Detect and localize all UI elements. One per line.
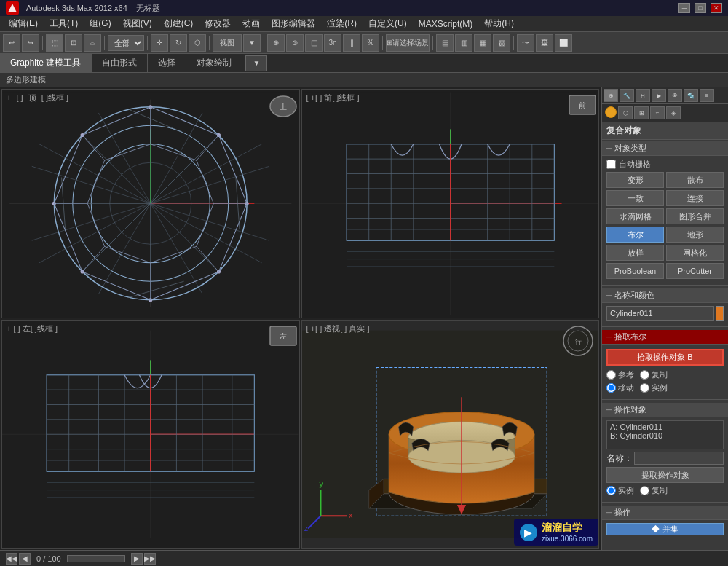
- tb-layer3[interactable]: ▦: [474, 34, 491, 52]
- rp-tab-utility[interactable]: 🔩: [684, 89, 698, 102]
- menu-customize[interactable]: 自定义(U): [363, 16, 413, 31]
- ribbon-tab-paint[interactable]: 对象绘制: [186, 54, 242, 72]
- btn-loft[interactable]: 放样: [606, 245, 664, 261]
- extract-instance[interactable]: 实例: [606, 485, 634, 496]
- radio-ref[interactable]: 参考: [606, 369, 634, 380]
- extract-copy[interactable]: 复制: [640, 485, 668, 496]
- next-btn[interactable]: ▶: [131, 553, 143, 565]
- tb-layer4[interactable]: ▧: [493, 34, 510, 52]
- menu-modifier[interactable]: 修改器: [199, 16, 237, 31]
- section-object-type-header[interactable]: ─ 对象类型: [602, 141, 728, 156]
- extract-instance-input[interactable]: [606, 486, 616, 495]
- menu-group[interactable]: 组(G): [84, 16, 116, 31]
- tb-move[interactable]: ✛: [151, 34, 168, 52]
- tb-rotate[interactable]: ↻: [170, 34, 187, 52]
- radio-copy[interactable]: 复制: [640, 369, 668, 380]
- radio-instance[interactable]: 实例: [640, 382, 668, 393]
- pick-object-btn[interactable]: 拾取操作对象 B: [606, 349, 724, 366]
- rp-sec-btn1[interactable]: ⬡: [618, 106, 633, 119]
- btn-conform[interactable]: 一致: [606, 190, 664, 206]
- tb-redo[interactable]: ↪: [22, 34, 39, 52]
- btn-terrain[interactable]: 地形: [666, 227, 724, 243]
- menu-view[interactable]: 视图(V): [117, 16, 158, 31]
- prev-frame-btn[interactable]: ◀◀: [6, 553, 17, 565]
- ribbon-tab-freeform[interactable]: 自由形式: [92, 54, 148, 72]
- rp-tab-display[interactable]: 👁: [668, 89, 682, 102]
- tb-snap2d[interactable]: ⊕: [267, 34, 285, 52]
- rp-tab-modify[interactable]: 🔧: [620, 89, 634, 102]
- tb-material[interactable]: ⬜: [555, 34, 572, 52]
- btn-procutter[interactable]: ProCutter: [666, 263, 724, 279]
- radio-instance-input[interactable]: [640, 383, 649, 393]
- btn-connect[interactable]: 连接: [666, 190, 724, 206]
- rp-sec-btn3[interactable]: ≈: [650, 106, 665, 119]
- tb-select2[interactable]: ⊡: [65, 34, 82, 52]
- ribbon-dropdown[interactable]: ▼: [245, 55, 267, 71]
- btn-proboolean[interactable]: ProBoolean: [606, 263, 664, 279]
- tb-view-ref[interactable]: 视图: [213, 34, 242, 52]
- tb-layer2[interactable]: ▥: [455, 34, 472, 52]
- rp-tab-motion[interactable]: ▶: [652, 89, 666, 102]
- tb-spacing[interactable]: ∥: [343, 34, 360, 52]
- ribbon-tab-graphite[interactable]: Graphite 建模工具: [0, 54, 92, 72]
- tb-lasso[interactable]: ⌓: [84, 34, 101, 52]
- rp-sec-btn4[interactable]: ◈: [666, 106, 681, 119]
- tb-undo[interactable]: ↩: [3, 34, 20, 52]
- btn-mesher[interactable]: 网格化: [666, 245, 724, 261]
- prev-btn[interactable]: ◀: [19, 553, 31, 565]
- viewport-left[interactable]: + [ ] 左[ ]线框 ] 左: [1, 320, 300, 549]
- rp-tab-create[interactable]: ⊕: [604, 89, 618, 102]
- tb-percent[interactable]: %: [362, 34, 379, 52]
- viewport-top-label[interactable]: + [ ] 顶 [ ]线框 ]: [5, 93, 70, 103]
- tb-render[interactable]: 🖼: [536, 34, 553, 52]
- viewport-persp-navcube[interactable]: 行: [562, 325, 594, 357]
- tb-view-drop[interactable]: ▼: [243, 34, 261, 52]
- rp-tab-hierarchy[interactable]: H: [636, 89, 650, 102]
- section-name-header[interactable]: ─ 名称和颜色: [602, 288, 728, 303]
- operand-a[interactable]: A: Cylinder011: [610, 422, 720, 431]
- menu-help[interactable]: 帮助(H): [478, 16, 520, 31]
- viewport-front[interactable]: [ +[ ] 前[ ]线框 ] 前: [301, 89, 600, 318]
- auto-grid-checkbox[interactable]: [606, 160, 616, 169]
- viewport-front-label[interactable]: [ +[ ] 前[ ]线框 ]: [305, 93, 361, 103]
- viewport-top-navcube[interactable]: 上: [267, 93, 296, 117]
- tb-curve[interactable]: 〜: [517, 34, 534, 52]
- menu-animation[interactable]: 动画: [237, 16, 266, 31]
- btn-union[interactable]: ◆ 并集: [606, 523, 724, 535]
- viewport-persp-label[interactable]: [ +[ ] 透视[ ] 真实 ]: [305, 323, 371, 334]
- extract-copy-input[interactable]: [640, 486, 649, 495]
- color-swatch[interactable]: [716, 306, 724, 321]
- btn-deform[interactable]: 变形: [606, 172, 664, 188]
- progress-track[interactable]: [67, 555, 125, 562]
- object-name-input[interactable]: [606, 306, 714, 321]
- next-frame-btn[interactable]: ▶▶: [144, 553, 156, 565]
- viewport-perspective[interactable]: [ +[ ] 透视[ ] 真实 ] 行: [301, 320, 600, 549]
- tb-align[interactable]: 3n: [324, 34, 341, 52]
- menu-render[interactable]: 渲染(R): [321, 16, 363, 31]
- maximize-btn[interactable]: □: [695, 3, 706, 13]
- radio-ref-input[interactable]: [606, 370, 616, 380]
- btn-boolean[interactable]: 布尔: [606, 227, 664, 243]
- tb-layer[interactable]: ▤: [436, 34, 454, 52]
- viewport-top[interactable]: + [ ] 顶 [ ]线框 ] 上: [1, 89, 300, 318]
- tb-mirror[interactable]: ◫: [305, 34, 323, 52]
- radio-move-input[interactable]: [606, 383, 616, 393]
- menu-maxscript[interactable]: MAXScript(M): [413, 17, 479, 31]
- tb-scale[interactable]: ⬡: [189, 34, 206, 52]
- btn-scatter[interactable]: 散布: [666, 172, 724, 188]
- extract-btn[interactable]: 提取操作对象: [606, 467, 724, 483]
- close-btn[interactable]: ✕: [711, 3, 722, 13]
- btn-blobmesh[interactable]: 水滴网格: [606, 208, 664, 224]
- tb-select[interactable]: ⬚: [46, 34, 63, 52]
- operand-b[interactable]: B: Cylinder010: [610, 431, 720, 440]
- rp-active-dot[interactable]: [605, 106, 617, 118]
- rp-tab-extra[interactable]: ≡: [700, 89, 714, 102]
- radio-move[interactable]: 移动: [606, 382, 634, 393]
- rp-sec-btn2[interactable]: ⊞: [634, 106, 649, 119]
- viewport-left-label[interactable]: + [ ] 左[ ]线框 ]: [5, 323, 59, 334]
- ribbon-tab-select[interactable]: 选择: [148, 54, 186, 72]
- section-operation-header[interactable]: ─ 操作: [602, 506, 728, 520]
- tb-pivot[interactable]: ⊙: [286, 34, 304, 52]
- menu-create[interactable]: 创建(C): [158, 16, 199, 31]
- viewport-front-navcube[interactable]: 前: [566, 93, 596, 117]
